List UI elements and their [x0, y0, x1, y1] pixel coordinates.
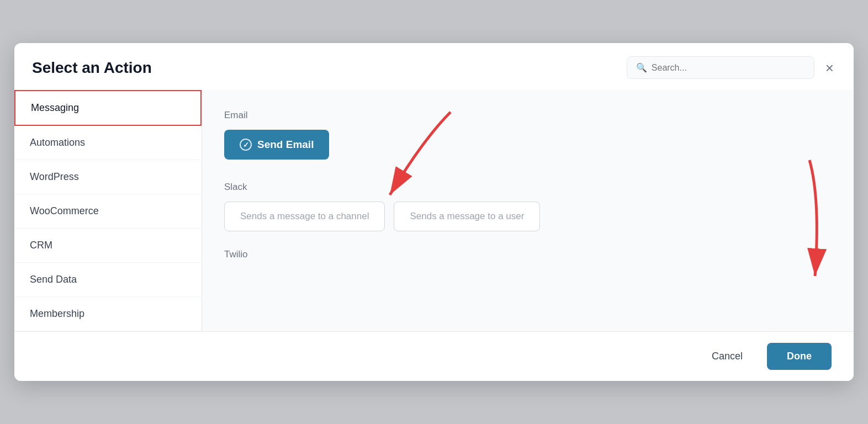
sidebar-item-membership[interactable]: Membership [14, 297, 202, 331]
main-content: Email ✓ Send Email Slack Sends a message… [202, 90, 854, 331]
modal-body: Messaging Automations WordPress WooComme… [14, 90, 854, 331]
sidebar-item-woocommerce[interactable]: WooCommerce [14, 194, 202, 229]
search-box: 🔍 [627, 56, 814, 79]
done-button[interactable]: Done [767, 343, 832, 370]
modal-title: Select an Action [32, 59, 152, 77]
twilio-section-label: Twilio [224, 249, 832, 260]
sidebar-item-send-data[interactable]: Send Data [14, 263, 202, 297]
modal-container: Select an Action 🔍 × Messaging Automatio… [14, 43, 854, 381]
email-section-label: Email [224, 110, 832, 121]
sidebar-item-wordpress[interactable]: WordPress [14, 160, 202, 194]
slack-user-button[interactable]: Sends a message to a user [394, 202, 540, 231]
search-icon: 🔍 [636, 62, 647, 73]
close-button[interactable]: × [823, 59, 836, 77]
sidebar-item-crm[interactable]: CRM [14, 229, 202, 263]
sidebar-item-automations[interactable]: Automations [14, 126, 202, 160]
slack-channel-button[interactable]: Sends a message to a channel [224, 202, 385, 231]
slack-section-label: Slack [224, 182, 832, 193]
modal-footer: Cancel Done [14, 331, 854, 381]
sidebar-item-messaging[interactable]: Messaging [14, 90, 202, 126]
modal-overlay: Select an Action 🔍 × Messaging Automatio… [0, 0, 868, 424]
send-email-label: Send Email [257, 139, 314, 151]
modal-header: Select an Action 🔍 × [14, 43, 854, 90]
cancel-button[interactable]: Cancel [701, 344, 754, 369]
slack-buttons: Sends a message to a channel Sends a mes… [224, 202, 832, 231]
search-input[interactable] [652, 63, 805, 73]
sidebar: Messaging Automations WordPress WooComme… [14, 90, 202, 331]
checkmark-icon: ✓ [240, 139, 252, 151]
send-email-button[interactable]: ✓ Send Email [224, 130, 329, 160]
header-right: 🔍 × [627, 56, 836, 79]
